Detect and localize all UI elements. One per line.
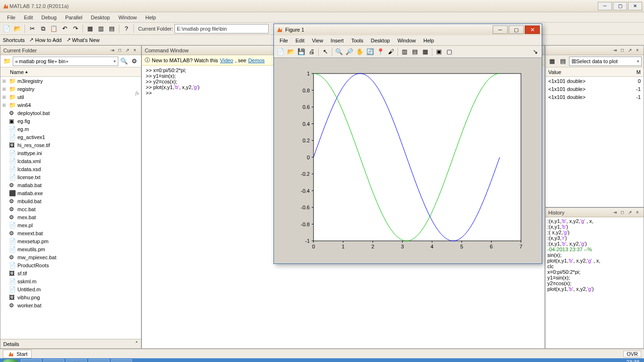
history-line[interactable]: clc: [547, 263, 642, 269]
fig-zoom-out-icon[interactable]: 🔎: [345, 47, 354, 57]
file-item[interactable]: ⚙mcc.bat: [0, 205, 141, 213]
history-line[interactable]: y1=sin(x);: [547, 275, 642, 280]
help-icon[interactable]: ?: [122, 24, 131, 33]
hist-max-icon[interactable]: □: [619, 209, 626, 216]
guide-icon[interactable]: ▥: [96, 24, 106, 33]
file-item[interactable]: ⚙deploytool.bat: [0, 109, 141, 117]
cut-icon[interactable]: ✂: [27, 24, 37, 33]
hist-dock-icon[interactable]: ⇥: [611, 209, 618, 216]
file-item[interactable]: 📄eg.m: [0, 125, 141, 133]
matlab-taskbar-icon[interactable]: [111, 359, 132, 362]
ws-dock-icon[interactable]: ⇥: [611, 47, 618, 54]
open-file-icon[interactable]: 📂: [13, 24, 22, 33]
file-item[interactable]: ⚙matlab.bat: [0, 181, 141, 189]
file-item[interactable]: 📄eg_activex1: [0, 133, 141, 141]
fig-pointer-icon[interactable]: ↖: [321, 47, 330, 57]
firefox-taskbar-icon[interactable]: 🦊: [66, 359, 87, 362]
fig-rotate-icon[interactable]: 🔄: [365, 47, 375, 57]
panel-undock-icon[interactable]: ↗: [124, 47, 131, 54]
current-folder-input[interactable]: [174, 24, 269, 33]
history-line[interactable]: :( x,y2,'g'): [547, 230, 642, 235]
figure-menu-help[interactable]: Help: [420, 38, 438, 43]
file-item[interactable]: 📄mex.pl: [0, 221, 141, 229]
profiler-icon[interactable]: ▤: [107, 24, 116, 33]
file-item[interactable]: ⬛matlab.exe: [0, 189, 141, 197]
file-item[interactable]: ⊞📁m3iregistry: [0, 77, 141, 85]
fig-zoom-in-icon[interactable]: 🔍: [334, 47, 344, 57]
details-chevron-icon[interactable]: ˄: [135, 341, 138, 347]
ws-stack-icon[interactable]: ▦: [547, 57, 557, 66]
fig-dock-icon[interactable]: ↘: [530, 47, 540, 57]
file-item[interactable]: 📄mexutils.pm: [0, 245, 141, 253]
breadcrumb[interactable]: « matlab prog file ▸ bin ▸ ▾: [13, 57, 118, 66]
menu-desktop[interactable]: Desktop: [87, 15, 114, 20]
history-line[interactable]: x=0:pi/50:2*pi;: [547, 269, 642, 275]
figure-menu-tools[interactable]: Tools: [347, 38, 367, 43]
new-file-icon[interactable]: 📄: [2, 24, 11, 33]
file-item[interactable]: 📄lcdata.xml: [0, 157, 141, 165]
fig-pan-icon[interactable]: ✋: [355, 47, 364, 57]
fig-save-icon[interactable]: 💾: [297, 47, 306, 57]
min-column-header[interactable]: M: [634, 67, 644, 76]
file-item[interactable]: ⚙worker.bat: [0, 301, 141, 309]
history-line[interactable]: plot(x,y1,'b', x,y2,'g' , x,: [547, 258, 642, 263]
redo-icon[interactable]: ↷: [71, 24, 80, 33]
fig-legend-icon[interactable]: ▤: [410, 47, 420, 57]
value-column-header[interactable]: Value: [545, 67, 634, 76]
ws-close-icon[interactable]: ×: [634, 47, 641, 54]
history-line[interactable]: :(x,y1,'b', x,y2,'g' , x,: [547, 218, 642, 224]
workspace-variable-row[interactable]: <1x101 double>-1: [545, 93, 644, 101]
figure-menu-insert[interactable]: Insert: [327, 38, 347, 43]
figure-maximize-button[interactable]: ▢: [509, 25, 524, 34]
file-item[interactable]: ⚙mex.bat: [0, 213, 141, 221]
file-item[interactable]: 📄Untitled.m: [0, 285, 141, 293]
details-label[interactable]: Details: [3, 341, 19, 347]
search-icon[interactable]: 🔍: [119, 57, 129, 66]
file-item[interactable]: 📄lcdata.xsd: [0, 165, 141, 173]
menu-debug[interactable]: Debug: [37, 15, 61, 20]
undo-icon[interactable]: ↶: [60, 24, 69, 33]
hist-undock-icon[interactable]: ↗: [627, 209, 633, 216]
history-line[interactable]: y2=cos(x);: [547, 280, 642, 286]
system-tray[interactable]: EN ? ⚑ ⇅ ▮ ▯ 🔊 🌐 23:38 22-04-2013: [545, 360, 642, 362]
figure-menu-edit[interactable]: Edit: [292, 38, 308, 43]
file-item[interactable]: ▣eg.fig: [0, 117, 141, 125]
figure-window[interactable]: Figure 1 ─ ▢ ✕ FileEditViewInsertToolsDe…: [273, 24, 542, 264]
file-item[interactable]: 🖼sf.tif: [0, 269, 141, 277]
hist-close-icon[interactable]: ×: [634, 209, 641, 216]
file-item[interactable]: 🖼hi_res_rose.tif: [0, 141, 141, 149]
folder-up-icon[interactable]: 📁: [2, 57, 12, 66]
powerpoint-taskbar-icon[interactable]: P: [43, 359, 64, 362]
figure-menu-window[interactable]: Window: [394, 38, 420, 43]
maximize-button[interactable]: ▢: [613, 2, 627, 10]
gear-icon[interactable]: ⚙: [130, 57, 139, 66]
workspace-variable-row[interactable]: <1x101 double>-1: [545, 85, 644, 93]
fig-link-icon[interactable]: ▦: [421, 47, 430, 57]
figure-titlebar[interactable]: Figure 1 ─ ▢ ✕: [274, 24, 542, 35]
file-item[interactable]: ⚙mw_mpiexec.bat: [0, 253, 141, 261]
panel-max-icon[interactable]: □: [116, 47, 123, 54]
start-orb[interactable]: [2, 359, 19, 362]
file-item[interactable]: 📄mexsetup.pm: [0, 237, 141, 245]
fig-new-icon[interactable]: 📄: [276, 47, 285, 57]
ws-plot-icon[interactable]: ▤: [558, 57, 568, 66]
workspace-variable-row[interactable]: <1x101 double>0: [545, 77, 644, 85]
file-item[interactable]: 🖼vibhu.png: [0, 293, 141, 301]
simulink-icon[interactable]: ▦: [85, 24, 95, 33]
start-button[interactable]: Start: [3, 350, 32, 358]
file-item[interactable]: 📄ProductRoots: [0, 261, 141, 269]
file-item[interactable]: 📄sskml.m: [0, 277, 141, 285]
file-item[interactable]: ⊞📁util: [0, 93, 141, 101]
select-data-dropdown[interactable]: ▥ Select data to plot▾: [569, 57, 642, 66]
file-item[interactable]: ⊞📁win64: [0, 101, 141, 109]
fig-hideplot-icon[interactable]: ▣: [434, 47, 444, 57]
menu-file[interactable]: File: [3, 15, 20, 20]
panel-dock-icon[interactable]: ⇥: [109, 47, 116, 54]
menu-window[interactable]: Window: [114, 15, 141, 20]
fig-colorbar-icon[interactable]: ▥: [400, 47, 409, 57]
ws-max-icon[interactable]: □: [619, 47, 626, 54]
fig-showplot-icon[interactable]: ▢: [445, 47, 454, 57]
file-item[interactable]: ⊞📁registry: [0, 85, 141, 93]
how-to-add-button[interactable]: ↗ How to Add: [29, 37, 61, 43]
fig-print-icon[interactable]: 🖨: [307, 47, 316, 57]
